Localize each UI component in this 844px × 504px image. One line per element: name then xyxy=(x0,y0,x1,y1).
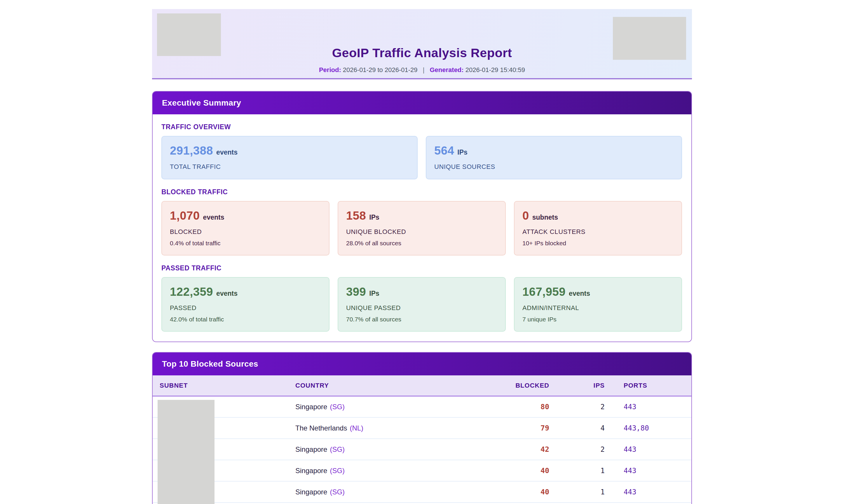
column-header-blocked: BLOCKED xyxy=(497,375,555,396)
country-code: (SG) xyxy=(330,467,345,474)
section-blocked-traffic: BLOCKED TRAFFIC 1,070 events BLOCKED 0.4… xyxy=(161,188,682,255)
ips-count-cell: 1 xyxy=(555,481,611,503)
ips-count-cell: 1 xyxy=(555,503,611,504)
executive-summary-panel: Executive Summary TRAFFIC OVERVIEW 291,3… xyxy=(152,91,692,342)
stat-unit: IPs xyxy=(369,290,380,298)
ports-cell: 443 xyxy=(611,396,691,417)
stat-sub: 42.0% of total traffic xyxy=(170,316,320,323)
ips-count-cell: 2 xyxy=(555,439,611,460)
executive-summary-body: TRAFFIC OVERVIEW 291,388 events TOTAL TR… xyxy=(153,114,691,342)
section-passed-traffic: PASSED TRAFFIC 122,359 events PASSED 42.… xyxy=(161,264,682,331)
country-code: (SG) xyxy=(330,488,345,496)
stat-card-blocked: 1,070 events BLOCKED 0.4% of total traff… xyxy=(161,201,330,255)
generated-value: 2026-01-29 15:40:59 xyxy=(465,66,525,73)
stat-label: ATTACK CLUSTERS xyxy=(522,228,673,236)
ports-cell: 443 xyxy=(611,460,691,481)
ips-count-cell: 2 xyxy=(555,396,611,417)
stat-value: 399 xyxy=(346,285,366,299)
stat-card-attack-clusters: 0 subnets ATTACK CLUSTERS 10+ IPs blocke… xyxy=(514,201,682,255)
table-row: Singapore(SG) 40 1 443 xyxy=(153,481,691,503)
ports-cell: 443 xyxy=(611,481,691,503)
table-row: Singapore(SG) 80 2 443 xyxy=(153,396,691,417)
stat-label: UNIQUE PASSED xyxy=(346,304,496,312)
stat-value: 1,070 xyxy=(170,209,200,222)
stat-label: PASSED xyxy=(170,304,320,312)
stat-card-unique-sources: 564 IPs UNIQUE SOURCES xyxy=(426,136,682,179)
subnet-redaction-block xyxy=(158,400,214,504)
report-header: GeoIP Traffic Analysis Report Period: 20… xyxy=(152,9,692,79)
stat-card-total-traffic: 291,388 events TOTAL TRAFFIC xyxy=(161,136,418,179)
stat-card-passed: 122,359 events PASSED 42.0% of total tra… xyxy=(161,277,330,331)
table-row: Singapore(SG) 40 1 443 xyxy=(153,460,691,481)
stat-label: UNIQUE BLOCKED xyxy=(346,228,496,236)
stat-unit: events xyxy=(569,290,590,298)
country-cell: The Netherlands(NL) xyxy=(295,417,497,439)
stat-unit: events xyxy=(216,148,238,156)
stat-unit: events xyxy=(216,290,238,298)
country-cell: Singapore(SG) xyxy=(295,396,497,417)
country-code: (SG) xyxy=(330,403,345,411)
country-code: (NL) xyxy=(350,424,363,432)
stat-value: 0 xyxy=(522,209,529,222)
country-name: Singapore xyxy=(295,445,327,453)
blocked-sources-panel: Top 10 Blocked Sources SUBNET COUNTRY BL… xyxy=(152,352,692,504)
ips-count-cell: 1 xyxy=(555,460,611,481)
executive-summary-title: Executive Summary xyxy=(153,92,691,114)
country-cell: India(IN) xyxy=(295,503,497,504)
section-traffic-overview: TRAFFIC OVERVIEW 291,388 events TOTAL TR… xyxy=(161,123,682,179)
stat-value: 167,959 xyxy=(522,285,566,299)
country-code: (SG) xyxy=(330,445,345,453)
stat-sub: 10+ IPs blocked xyxy=(522,240,673,247)
country-name: Singapore xyxy=(295,403,327,411)
page-title: GeoIP Traffic Analysis Report xyxy=(152,46,692,60)
blocked-count-cell: 42 xyxy=(497,439,555,460)
stat-sub: 70.7% of all sources xyxy=(346,316,496,323)
stat-label: BLOCKED xyxy=(170,228,320,236)
card-row: 291,388 events TOTAL TRAFFIC 564 IPs UNI… xyxy=(161,136,682,179)
section-label: BLOCKED TRAFFIC xyxy=(161,188,682,196)
stat-label: UNIQUE SOURCES xyxy=(434,163,673,170)
table-row: India(IN) 39 1 443 xyxy=(153,503,691,504)
stat-sub: 7 unique IPs xyxy=(522,316,673,323)
stat-sub: 0.4% of total traffic xyxy=(170,240,320,247)
ports-cell: 443 xyxy=(611,439,691,460)
country-name: The Netherlands xyxy=(295,424,347,432)
stat-unit: IPs xyxy=(457,148,468,156)
country-cell: Singapore(SG) xyxy=(295,460,497,481)
period-value: 2026-01-29 to 2026-01-29 xyxy=(343,66,418,73)
stat-sub: 28.0% of all sources xyxy=(346,240,496,247)
table-header-row: SUBNET COUNTRY BLOCKED IPS PORTS xyxy=(153,375,691,396)
ports-cell: 443 xyxy=(611,503,691,504)
country-name: Singapore xyxy=(295,488,327,496)
period-label: Period: xyxy=(319,66,341,73)
country-cell: Singapore(SG) xyxy=(295,439,497,460)
report-meta: Period: 2026-01-29 to 2026-01-29 | Gener… xyxy=(152,66,692,74)
column-header-country: COUNTRY xyxy=(295,375,497,396)
stat-value: 564 xyxy=(434,144,454,157)
stat-unit: subnets xyxy=(532,214,558,221)
report-container: GeoIP Traffic Analysis Report Period: 20… xyxy=(152,9,692,504)
stat-card-admin-internal: 167,959 events ADMIN/INTERNAL 7 unique I… xyxy=(514,277,682,331)
stat-unit: IPs xyxy=(369,214,380,221)
stat-label: TOTAL TRAFFIC xyxy=(170,163,408,170)
section-label: TRAFFIC OVERVIEW xyxy=(161,123,682,131)
blocked-sources-title: Top 10 Blocked Sources xyxy=(153,353,691,375)
column-header-subnet: SUBNET xyxy=(153,375,295,396)
blocked-count-cell: 79 xyxy=(497,417,555,439)
card-row: 122,359 events PASSED 42.0% of total tra… xyxy=(161,277,682,331)
stat-value: 122,359 xyxy=(170,285,213,299)
blocked-sources-table: SUBNET COUNTRY BLOCKED IPS PORTS Singapo… xyxy=(153,375,691,504)
blocked-count-cell: 40 xyxy=(497,481,555,503)
column-header-ips: IPS xyxy=(555,375,611,396)
country-cell: Singapore(SG) xyxy=(295,481,497,503)
stat-card-unique-blocked: 158 IPs UNIQUE BLOCKED 28.0% of all sour… xyxy=(338,201,506,255)
stat-value: 158 xyxy=(346,209,366,222)
blocked-count-cell: 40 xyxy=(497,460,555,481)
stat-value: 291,388 xyxy=(170,144,213,157)
ips-count-cell: 4 xyxy=(555,417,611,439)
card-row: 1,070 events BLOCKED 0.4% of total traff… xyxy=(161,201,682,255)
generated-label: Generated: xyxy=(429,66,463,73)
ports-cell: 443,80 xyxy=(611,417,691,439)
stat-card-unique-passed: 399 IPs UNIQUE PASSED 70.7% of all sourc… xyxy=(338,277,506,331)
country-name: Singapore xyxy=(295,467,327,474)
